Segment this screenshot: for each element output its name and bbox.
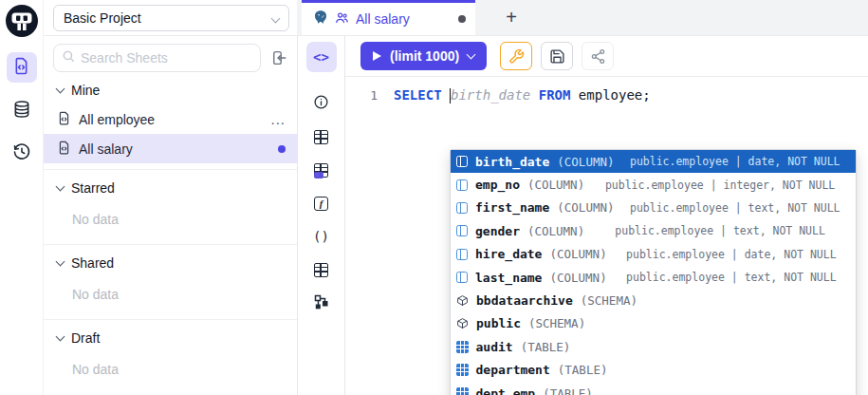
empty-state-text: No data <box>44 277 297 313</box>
item-kind: (TABLE) <box>521 340 571 354</box>
section-header-draft[interactable]: Draft <box>44 320 297 352</box>
search-box[interactable] <box>53 44 261 72</box>
section-header-mine[interactable]: Mine <box>44 72 297 104</box>
section-label: Draft <box>71 330 100 346</box>
autocomplete-item[interactable]: first_name (COLUMN) public.employee | te… <box>451 197 856 219</box>
sheet-item-all-salary[interactable]: All salary <box>44 134 297 163</box>
tool-info-button[interactable] <box>306 88 337 119</box>
autocomplete-item[interactable]: audit (TABLE) <box>451 335 856 358</box>
section-header-starred[interactable]: Starred <box>44 170 297 202</box>
table-icon <box>314 263 328 277</box>
sidebar: Basic Project <box>44 0 298 395</box>
section-header-shared[interactable]: Shared <box>44 245 297 277</box>
project-select[interactable]: Basic Project <box>53 5 289 31</box>
chevron-down-icon <box>56 257 65 267</box>
table-icon <box>456 341 469 353</box>
sql-keyword-from: FROM <box>539 87 571 103</box>
item-name: bbdataarchive <box>476 293 573 308</box>
autocomplete-item[interactable]: gender (COLUMN) public.employee | text, … <box>451 219 856 242</box>
column-icon <box>456 249 468 260</box>
sql-editor[interactable]: 1 SELECTbirth_dateFROMemployee; birth_da… <box>345 77 868 395</box>
tool-function-button[interactable]: f <box>306 188 337 218</box>
table-icon <box>456 387 469 395</box>
item-name: gender <box>475 224 520 238</box>
sql-keyword-select: SELECT <box>394 87 442 103</box>
search-input[interactable] <box>81 50 252 66</box>
table-data-icon <box>314 163 328 178</box>
collapse-sidebar-button[interactable] <box>267 46 291 70</box>
sheet-file-icon <box>57 141 71 158</box>
autocomplete-item[interactable]: hire_date (COLUMN) public.employee | dat… <box>451 243 856 266</box>
sheet-item-label: All employee <box>79 112 263 127</box>
section-label: Mine <box>71 83 100 98</box>
sidebar-header: Basic Project <box>44 0 297 36</box>
autocomplete-item[interactable]: emp_no (COLUMN) public.employee | intege… <box>451 173 856 196</box>
tool-parentheses-button[interactable]: () <box>306 221 337 252</box>
save-button[interactable] <box>541 42 573 70</box>
column-icon <box>456 179 468 191</box>
chevron-down-icon <box>271 13 281 23</box>
sheet-item-all-employee[interactable]: All employee ... <box>44 104 297 134</box>
tab-label: All salary <box>356 11 452 27</box>
item-kind: (TABLE) <box>558 363 608 377</box>
item-name: hire_date <box>475 247 542 261</box>
editor-toolbar: (limit 1000) <box>345 36 868 77</box>
tool-editor-button[interactable]: <> <box>306 42 337 72</box>
play-icon <box>373 51 381 61</box>
run-button-label: (limit 1000) <box>390 48 459 64</box>
function-icon: f <box>314 197 328 211</box>
item-kind: (COLUMN) <box>549 247 606 261</box>
autocomplete-item[interactable]: birth_date (COLUMN) public.employee | da… <box>451 150 856 173</box>
rail-sheets-button[interactable] <box>7 52 37 83</box>
sheet-item-label: All salary <box>79 141 270 157</box>
app-logo[interactable] <box>4 3 40 39</box>
tool-table2-button[interactable] <box>306 254 337 285</box>
autocomplete-item[interactable]: last_name (COLUMN) public.employee | tex… <box>451 266 856 289</box>
autocomplete-item[interactable]: public (SCHEMA) <box>451 312 856 335</box>
item-detail: public.employee | text, NOT NULL <box>622 201 849 215</box>
tool-schema-diagram-button[interactable] <box>306 288 337 318</box>
tool-rail: <> f () <box>298 0 345 395</box>
autocomplete-item[interactable]: bbdataarchive (SCHEMA) <box>451 289 856 311</box>
item-kind: (SCHEMA) <box>528 316 585 330</box>
rail-history-button[interactable] <box>7 138 37 168</box>
item-name: public <box>476 316 521 330</box>
item-detail: public.employee | date, NOT NULL <box>622 155 849 168</box>
section-label: Starred <box>71 180 115 196</box>
format-wrench-button[interactable] <box>500 42 532 70</box>
flow-diagram-icon <box>314 294 329 312</box>
sheet-tree: Mine All employee ... <box>44 72 297 388</box>
tab-all-salary[interactable]: All salary <box>302 0 475 35</box>
chevron-down-icon <box>56 332 65 342</box>
chevron-down-icon <box>467 49 476 59</box>
schema-icon <box>456 294 469 307</box>
tab-bar: All salary + <box>297 0 868 36</box>
ghost-suggestion-text: birth_date <box>451 87 530 103</box>
item-name: first_name <box>475 200 549 215</box>
autocomplete-item[interactable]: department (TABLE) <box>451 359 856 382</box>
table-icon <box>314 130 328 144</box>
rail-database-button[interactable] <box>7 95 37 125</box>
sql-code: SELECTbirth_dateFROMemployee; <box>394 87 651 103</box>
tool-data-table-button[interactable] <box>306 155 337 185</box>
item-name: dept_emp <box>476 386 536 395</box>
app-rail <box>0 0 44 395</box>
item-kind: (COLUMN) <box>527 178 584 192</box>
search-row <box>44 44 297 72</box>
database-icon <box>12 100 31 122</box>
search-icon <box>62 49 75 66</box>
share-button[interactable] <box>582 42 614 70</box>
parentheses-icon: () <box>313 229 329 244</box>
chevron-down-icon <box>56 182 65 192</box>
new-tab-button[interactable]: + <box>492 0 530 35</box>
more-menu-icon[interactable]: ... <box>270 111 286 127</box>
tab-unsaved-dot <box>458 15 466 23</box>
project-select-value: Basic Project <box>64 10 272 26</box>
unsaved-dot-indicator <box>278 145 286 153</box>
tool-table-button[interactable] <box>306 122 337 152</box>
history-clock-icon <box>12 142 31 164</box>
autocomplete-item[interactable]: dept_emp (TABLE) <box>451 382 856 395</box>
run-query-button[interactable]: (limit 1000) <box>360 42 487 70</box>
item-name: birth_date <box>475 155 549 169</box>
item-kind: (COLUMN) <box>557 200 614 215</box>
